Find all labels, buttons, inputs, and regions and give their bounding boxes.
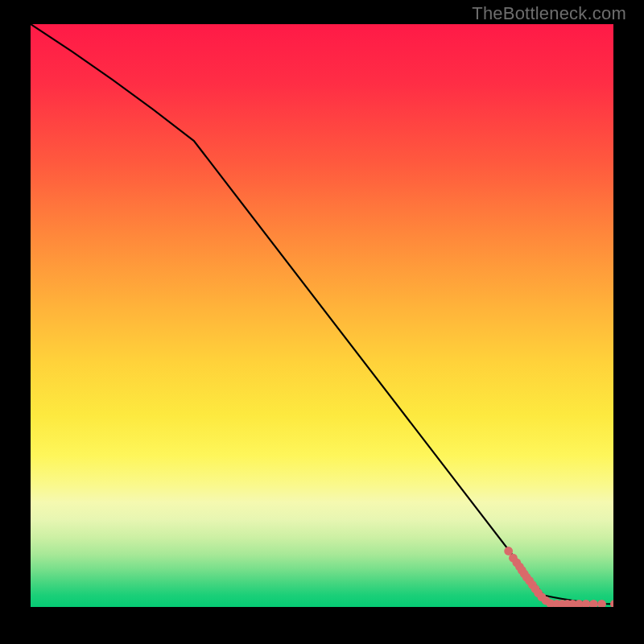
data-point: [589, 600, 598, 607]
data-point: [610, 600, 613, 607]
curve-line: [31, 24, 613, 604]
data-point: [597, 600, 606, 607]
chart-overlay: [31, 24, 613, 607]
chart-area: [31, 24, 613, 607]
watermark-text: TheBottleneck.com: [472, 3, 626, 24]
data-point: [582, 600, 591, 607]
